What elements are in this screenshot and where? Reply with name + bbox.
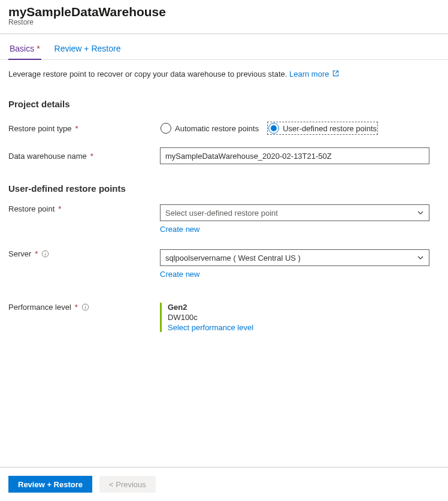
required-indicator: *	[37, 44, 40, 53]
performance-level-block: Gen2 DW100c Select performance level	[160, 303, 429, 332]
radio-user-defined-label: User-defined restore points	[283, 124, 377, 133]
project-details-heading: Project details	[8, 99, 440, 109]
radio-automatic-restore-points[interactable]: Automatic restore points	[160, 122, 259, 134]
learn-more-link[interactable]: Learn more	[289, 70, 339, 79]
review-restore-button[interactable]: Review + Restore	[8, 476, 92, 493]
info-icon[interactable]	[81, 303, 89, 311]
performance-level-label-text: Performance level	[8, 303, 71, 312]
radio-checked-icon	[268, 123, 279, 134]
chevron-down-icon	[417, 209, 424, 216]
server-select[interactable]: sqlpoolservername ( West Central US )	[160, 249, 429, 266]
footer-bar: Review + Restore < Previous	[0, 467, 448, 501]
data-warehouse-name-label: Data warehouse name *	[8, 152, 160, 161]
performance-level-label: Performance level *	[8, 303, 160, 312]
radio-automatic-label: Automatic restore points	[175, 124, 259, 133]
required-indicator: *	[75, 303, 78, 312]
tab-basics[interactable]: Basics *	[8, 41, 41, 59]
performance-dw: DW100c	[168, 313, 429, 322]
server-label: Server *	[8, 249, 160, 258]
server-label-text: Server	[8, 249, 31, 258]
required-indicator: *	[90, 152, 93, 161]
radio-user-defined-restore-points[interactable]: User-defined restore points	[268, 122, 377, 134]
performance-gen: Gen2	[168, 303, 429, 312]
user-defined-restore-points-heading: User-defined restore points	[8, 183, 440, 194]
restore-point-label: Restore point *	[8, 204, 160, 213]
restore-point-label-text: Restore point	[8, 204, 55, 213]
required-indicator: *	[35, 249, 38, 258]
tab-review-restore[interactable]: Review + Restore	[53, 41, 122, 59]
restore-point-type-label: Restore point type *	[8, 124, 160, 133]
svg-point-5	[85, 305, 86, 306]
tab-basics-label: Basics	[10, 44, 34, 53]
previous-button: < Previous	[99, 476, 156, 493]
intro-text: Leverage restore point to recover or cop…	[8, 70, 440, 79]
select-performance-level-link[interactable]: Select performance level	[168, 323, 253, 332]
svg-point-2	[45, 252, 46, 252]
create-new-restore-point-link[interactable]: Create new	[160, 225, 199, 234]
learn-more-label: Learn more	[289, 70, 329, 79]
required-indicator: *	[75, 124, 78, 133]
data-warehouse-name-label-text: Data warehouse name	[8, 152, 87, 161]
create-new-server-link[interactable]: Create new	[160, 270, 199, 279]
external-link-icon	[332, 70, 339, 79]
server-select-value: sqlpoolservername ( West Central US )	[165, 253, 301, 262]
required-indicator: *	[58, 204, 61, 213]
data-warehouse-name-input[interactable]	[160, 147, 429, 164]
tab-bar: Basics * Review + Restore	[0, 34, 448, 60]
restore-point-type-radio-group: Automatic restore points User-defined re…	[160, 122, 429, 134]
radio-unchecked-icon	[161, 123, 171, 134]
page-title: mySampleDataWarehouse	[8, 5, 440, 19]
info-icon[interactable]	[41, 250, 49, 258]
restore-point-type-label-text: Restore point type	[8, 124, 72, 133]
chevron-down-icon	[417, 254, 424, 261]
intro-body: Leverage restore point to recover or cop…	[8, 70, 289, 79]
restore-point-select-placeholder: Select user-defined restore point	[165, 209, 278, 218]
tab-review-label: Review + Restore	[55, 44, 121, 53]
page-subtitle: Restore	[8, 18, 440, 26]
restore-point-select[interactable]: Select user-defined restore point	[160, 204, 429, 221]
